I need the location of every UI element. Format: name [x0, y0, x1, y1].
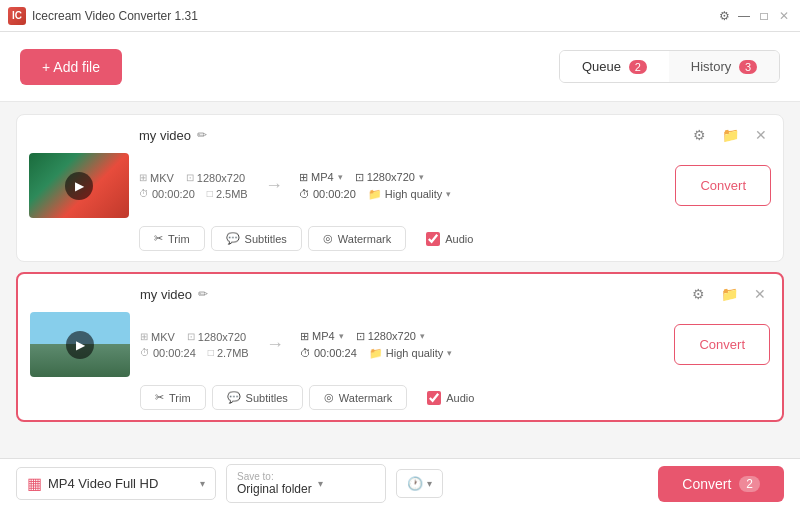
- card-2-trim-button[interactable]: ✂ Trim: [140, 385, 206, 410]
- main-convert-button[interactable]: Convert 2: [658, 466, 784, 502]
- card-2-audio-checkbox[interactable]: [427, 391, 441, 405]
- maximize-button[interactable]: □: [756, 8, 772, 24]
- subtitles-icon-2: 💬: [227, 391, 241, 404]
- output-format-chevron: ▾: [338, 172, 343, 182]
- app-title: Icecream Video Converter 1.31: [32, 9, 198, 23]
- card-1-output-settings: ⊞ MP4 ▾ ⊡ 1280x720 ▾ ⏱ 00:00:20: [299, 171, 665, 201]
- format-chevron-icon: ▾: [200, 478, 205, 489]
- card-1-edit-icon[interactable]: ✏: [197, 128, 207, 142]
- card-2-duration: ⏱ 00:00:24: [140, 347, 196, 359]
- window-controls: ⚙ — □ ✕: [716, 8, 792, 24]
- schedule-button[interactable]: 🕐 ▾: [396, 469, 443, 498]
- output-format-icon: ⊞: [299, 171, 308, 184]
- card-1-output-duration-value: 00:00:20: [313, 188, 356, 200]
- card-2-arrow: →: [260, 334, 290, 355]
- output-dur-icon-2: ⏱: [300, 347, 311, 359]
- card-1-watermark-label: Watermark: [338, 233, 391, 245]
- card-2-folder-button[interactable]: 📁: [717, 284, 742, 304]
- card-2-title: my video: [140, 287, 192, 302]
- video-card-1: my video ✏ ⚙ 📁 ✕ ▶ ⊞ MKV: [16, 114, 784, 262]
- card-1-file-info: ⊞ MKV ⊡ 1280x720 ⏱ 00:00:20 □ 2.: [139, 172, 249, 200]
- card-2-output-duration-value: 00:00:24: [314, 347, 357, 359]
- main-convert-label: Convert: [682, 476, 731, 492]
- card-1-folder-button[interactable]: 📁: [718, 125, 743, 145]
- card-2-resolution-value: 1280x720: [198, 331, 246, 343]
- card-2-title-section: my video ✏: [140, 287, 208, 302]
- output-format-icon-2: ⊞: [300, 330, 309, 343]
- card-1-close-button[interactable]: ✕: [751, 125, 771, 145]
- card-2-output-format[interactable]: ⊞ MP4 ▾: [300, 330, 344, 343]
- card-1-resolution-value: 1280x720: [197, 172, 245, 184]
- format-selector[interactable]: ▦ MP4 Video Full HD ▾: [16, 467, 216, 500]
- size-icon: □: [207, 188, 213, 199]
- card-1-subtitles-button[interactable]: 💬 Subtitles: [211, 226, 302, 251]
- title-bar-left: IC Icecream Video Converter 1.31: [8, 7, 198, 25]
- output-res-chevron-2: ▾: [420, 331, 425, 341]
- save-to-selector[interactable]: Save to: Original folder ▾: [226, 464, 386, 503]
- card-1-tools-row: ✂ Trim 💬 Subtitles ◎ Watermark Audio: [139, 226, 771, 251]
- card-2-output-row-1: ⊞ MP4 ▾ ⊡ 1280x720 ▾: [300, 330, 664, 343]
- card-1-thumbnail[interactable]: ▶: [29, 153, 129, 218]
- duration-icon: ⏱: [139, 188, 149, 199]
- save-to-chevron-icon: ▾: [318, 478, 323, 489]
- title-bar: IC Icecream Video Converter 1.31 ⚙ — □ ✕: [0, 0, 800, 32]
- card-2-output-quality[interactable]: 📁 High quality ▾: [369, 347, 452, 360]
- card-2-output-resolution[interactable]: ⊡ 1280x720 ▾: [356, 330, 425, 343]
- tab-queue[interactable]: Queue 2: [560, 51, 669, 82]
- main-convert-badge: 2: [739, 476, 760, 492]
- duration-icon-2: ⏱: [140, 347, 150, 358]
- card-2-output-format-value: MP4: [312, 330, 335, 342]
- card-2-subtitles-button[interactable]: 💬 Subtitles: [212, 385, 303, 410]
- card-2-tools-row: ✂ Trim 💬 Subtitles ◎ Watermark Audio: [140, 385, 770, 410]
- card-2-play-button[interactable]: ▶: [66, 331, 94, 359]
- save-to-value: Original folder: [237, 482, 312, 496]
- subtitles-icon: 💬: [226, 232, 240, 245]
- output-format-chevron-2: ▾: [339, 331, 344, 341]
- card-2-format-value: MKV: [151, 331, 175, 343]
- settings-button[interactable]: ⚙: [716, 8, 732, 24]
- card-2-edit-icon[interactable]: ✏: [198, 287, 208, 301]
- output-quality-chevron: ▾: [446, 189, 451, 199]
- card-1-audio-checkbox[interactable]: [426, 232, 440, 246]
- card-1-resolution: ⊡ 1280x720: [186, 172, 245, 184]
- card-1-output-quality[interactable]: 📁 High quality ▾: [368, 188, 451, 201]
- tab-queue-label: Queue: [582, 59, 621, 74]
- card-1-trim-button[interactable]: ✂ Trim: [139, 226, 205, 251]
- card-1-output-resolution[interactable]: ⊡ 1280x720 ▾: [355, 171, 424, 184]
- format-icon-2: ⊞: [140, 331, 148, 342]
- card-2-thumbnail[interactable]: ▶: [30, 312, 130, 377]
- card-1-play-button[interactable]: ▶: [65, 172, 93, 200]
- card-2-output-settings: ⊞ MP4 ▾ ⊡ 1280x720 ▾ ⏱ 00:00:24: [300, 330, 664, 360]
- watermark-icon: ◎: [323, 232, 333, 245]
- card-2-format: ⊞ MKV: [140, 331, 175, 343]
- card-2-main-row: ▶ ⊞ MKV ⊡ 1280x720 ⏱ 00:00:24: [30, 312, 770, 377]
- tab-history-badge: 3: [739, 60, 757, 74]
- card-2-info-row-1: ⊞ MKV ⊡ 1280x720: [140, 331, 250, 343]
- clock-chevron-icon: ▾: [427, 478, 432, 489]
- card-1-info-row-1: ⊞ MKV ⊡ 1280x720: [139, 172, 249, 184]
- card-2-close-button[interactable]: ✕: [750, 284, 770, 304]
- card-1-size: □ 2.5MB: [207, 188, 248, 200]
- close-button[interactable]: ✕: [776, 8, 792, 24]
- card-1-format-value: MKV: [150, 172, 174, 184]
- card-1-subtitles-label: Subtitles: [245, 233, 287, 245]
- resolution-icon-2: ⊡: [187, 331, 195, 342]
- card-2-audio-label: Audio: [446, 392, 474, 404]
- card-2-top-row: my video ✏ ⚙ 📁 ✕: [30, 284, 770, 304]
- card-1-settings-button[interactable]: ⚙: [689, 125, 710, 145]
- add-file-button[interactable]: + Add file: [20, 49, 122, 85]
- card-1-output-format[interactable]: ⊞ MP4 ▾: [299, 171, 343, 184]
- card-2-duration-value: 00:00:24: [153, 347, 196, 359]
- minimize-button[interactable]: —: [736, 8, 752, 24]
- size-icon-2: □: [208, 347, 214, 358]
- card-2-settings-button[interactable]: ⚙: [688, 284, 709, 304]
- card-2-watermark-button[interactable]: ◎ Watermark: [309, 385, 407, 410]
- card-1-duration: ⏱ 00:00:20: [139, 188, 195, 200]
- card-1-watermark-button[interactable]: ◎ Watermark: [308, 226, 406, 251]
- card-1-convert-button[interactable]: Convert: [675, 165, 771, 206]
- card-1-format: ⊞ MKV: [139, 172, 174, 184]
- format-icon: ⊞: [139, 172, 147, 183]
- tab-history-label: History: [691, 59, 731, 74]
- card-2-convert-button[interactable]: Convert: [674, 324, 770, 365]
- tab-history[interactable]: History 3: [669, 51, 779, 82]
